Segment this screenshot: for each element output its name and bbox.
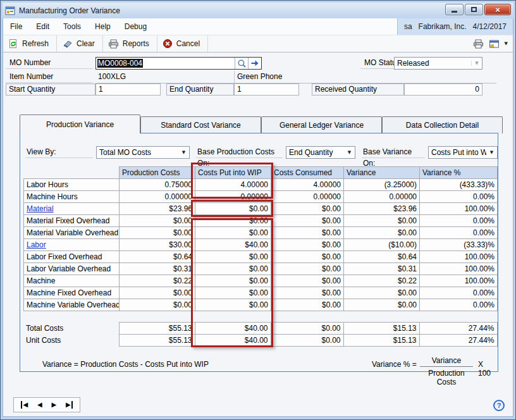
value-cell: 4.00000 [195, 179, 271, 191]
base-production-costs-dropdown[interactable]: End Quantity ▼ [286, 146, 355, 159]
tab-standard-cost-variance[interactable]: Standard Cost Variance [140, 116, 261, 133]
totals-row: Unit Costs$55.13$40.00$0.00$15.1327.44% [23, 335, 497, 347]
value-cell: 0.00000 [271, 191, 344, 203]
value-cell: $40.00 [195, 239, 271, 251]
record-navigation: ◀ ◀ ▶ ▶ [13, 397, 80, 412]
end-quantity-label: End Quantity [166, 83, 234, 96]
window-icon [5, 6, 15, 16]
value-cell: $0.00 [120, 227, 195, 239]
value-cell: $0.00 [195, 251, 271, 263]
value-cell: $0.00 [120, 215, 195, 227]
variance-pct-fraction: Variance Production Costs [420, 356, 473, 386]
value-cell: 100.00% [420, 251, 498, 263]
value-cell: 0.00000 [195, 191, 271, 203]
nav-first-button[interactable]: ◀ [21, 401, 28, 409]
view-by-dropdown[interactable]: Total MO Costs ▼ [96, 146, 190, 159]
fraction-denominator: Production Costs [420, 367, 473, 386]
table-row: Machine$0.22$0.00$0.00$0.22100.00% [24, 275, 498, 287]
menu-debug[interactable]: Debug [118, 18, 154, 35]
base-variance-value: Costs Put into WIP [429, 147, 486, 158]
value-cell: $0.00 [344, 299, 420, 311]
minimize-button[interactable] [445, 4, 464, 15]
value-cell: 0.75000 [120, 179, 195, 191]
value-cell: $0.00 [271, 215, 344, 227]
base-variance-dropdown[interactable]: Costs Put into WIP ▼ [428, 146, 498, 159]
value-cell: $23.96 [344, 203, 420, 215]
totals-label: Unit Costs [23, 335, 119, 347]
value-cell: $0.00 [195, 215, 271, 227]
totals-value-cell: $15.13 [343, 335, 419, 347]
company-name: Fabrikam, Inc. [419, 22, 467, 31]
totals-value-cell: $0.00 [271, 335, 343, 347]
value-cell: $0.00 [120, 299, 195, 311]
value-cell: (33.33)% [420, 239, 498, 251]
mo-number-value: MO0008-004 [97, 59, 143, 68]
menu-bar: File Edit Tools Help Debug sa Fabrikam, … [3, 18, 513, 35]
mo-number-input[interactable]: MO0008-004 [95, 57, 262, 70]
layout-icon[interactable] [489, 39, 500, 49]
value-cell: 100.00% [420, 263, 498, 275]
nav-last-button[interactable]: ▶ [66, 401, 73, 409]
nav-previous-button[interactable]: ◀ [37, 401, 42, 409]
value-cell: $0.00 [271, 275, 344, 287]
variance-table: Production Costs Costs Put into WIP Cost… [23, 166, 498, 311]
value-cell: (3.25000) [344, 179, 420, 191]
tab-general-ledger-variance[interactable]: General Ledger Variance [261, 116, 382, 133]
toolbar-caret-down-icon[interactable]: ▼ [505, 41, 508, 46]
refresh-icon [8, 39, 18, 49]
reports-label: Reports [123, 39, 149, 48]
tab-data-collection-detail[interactable]: Data Collection Detail [382, 116, 503, 133]
row-label-link[interactable]: Material [24, 203, 120, 215]
totals-value-cell: $55.13 [119, 323, 195, 335]
row-label-link[interactable]: Labor [24, 239, 120, 251]
totals-value-cell: $40.00 [195, 335, 271, 347]
clear-button[interactable]: Clear [57, 35, 103, 52]
value-cell: $0.00 [344, 227, 420, 239]
totals-value-cell: $40.00 [195, 323, 271, 335]
view-by-value: Total MO Costs [97, 147, 178, 158]
value-cell: $0.00 [195, 287, 271, 299]
value-cell: 0.00000 [344, 191, 420, 203]
print-button[interactable] [473, 39, 484, 49]
value-cell: $0.00 [271, 239, 344, 251]
help-button[interactable]: ? [493, 400, 505, 411]
toolbar: Refresh Clear Reports [3, 35, 513, 52]
cancel-button[interactable]: Cancel [157, 35, 208, 52]
row-label: Labor Fixed Overhead [24, 251, 120, 263]
mo-status-dropdown[interactable]: Released ▼ [394, 57, 482, 70]
maximize-icon [471, 7, 477, 12]
row-label: Labor Variable Overhead [24, 263, 120, 275]
reports-button[interactable]: Reports [103, 35, 157, 52]
menu-help[interactable]: Help [88, 18, 118, 35]
go-to-button[interactable] [248, 58, 261, 69]
value-cell: 0.00% [420, 287, 498, 299]
printer-icon [108, 39, 119, 49]
refresh-button[interactable]: Refresh [3, 35, 57, 52]
tab-production-variance[interactable]: Production Variance [20, 114, 140, 133]
menu-tools[interactable]: Tools [56, 18, 88, 35]
table-header-row: Production Costs Costs Put into WIP Cost… [24, 167, 498, 179]
close-button[interactable]: × [484, 4, 511, 15]
magnifier-icon [237, 59, 247, 68]
value-cell: $0.00 [271, 299, 344, 311]
menu-edit[interactable]: Edit [29, 18, 56, 35]
user-date: 4/12/2017 [473, 22, 507, 31]
nav-next-button[interactable]: ▶ [51, 401, 56, 409]
totals-table: Total Costs$55.13$40.00$0.00$15.1327.44%… [23, 322, 498, 347]
col-variance-pct: Variance % [420, 167, 498, 179]
variance-pct-formula-label: Variance % = [372, 360, 417, 369]
menu-file[interactable]: File [3, 18, 29, 35]
table-corner-cell [24, 167, 120, 179]
received-quantity-value: 0 [404, 83, 482, 96]
maximize-button[interactable] [465, 4, 483, 15]
value-cell: $0.00 [195, 275, 271, 287]
value-cell: ($10.00) [344, 239, 420, 251]
window-body: File Edit Tools Help Debug sa Fabrikam, … [3, 18, 513, 417]
view-by-caret-down-icon: ▼ [178, 150, 189, 155]
item-description: Green Phone [234, 71, 496, 83]
lookup-button[interactable] [235, 58, 248, 69]
user-id: sa [404, 22, 412, 31]
value-cell: $0.00 [344, 287, 420, 299]
base-production-caret-down-icon: ▼ [344, 150, 355, 155]
value-cell: 0.00% [420, 191, 498, 203]
